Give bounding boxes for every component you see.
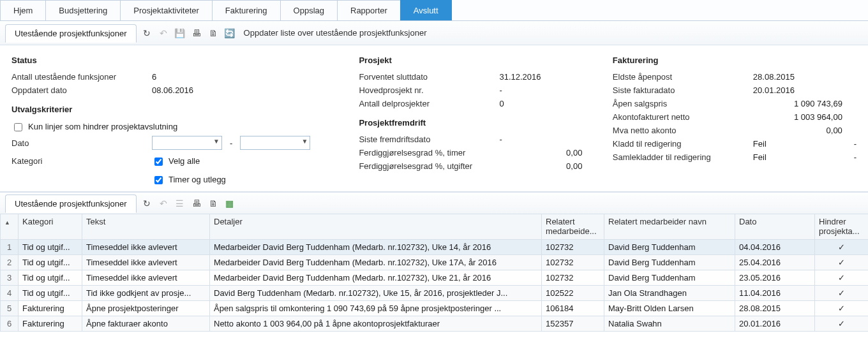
tab-hjem[interactable]: Hjem: [0, 0, 46, 20]
cell-dato: 11.04.2016: [735, 286, 815, 301]
table-row[interactable]: 3Tid og utgif...Timeseddel ikke avlevert…: [1, 270, 869, 286]
tab-oppslag[interactable]: Oppslag: [280, 0, 338, 20]
oldest-open-value: 28.08.2015: [753, 72, 830, 82]
print-preview-icon[interactable]: 🗎: [207, 197, 220, 210]
col-relatert-medarbeider-navn[interactable]: Relatert medarbeider navn: [604, 214, 735, 240]
draft-edit-value: Feil: [753, 139, 830, 149]
batch-edit-value2: -: [844, 152, 857, 162]
col-detaljer[interactable]: Detaljer: [210, 214, 542, 240]
tab-avslutt[interactable]: Avslutt: [400, 0, 452, 20]
cell-kategori: Tid og utgif...: [19, 240, 82, 255]
vat-net-label: Mva netto akonto: [613, 126, 747, 135]
subprojects-value: 0: [499, 99, 576, 108]
batch-edit-label: Samlekladder til redigering: [613, 152, 747, 162]
cell-hindrer: ✓: [815, 286, 869, 301]
status-title: Status: [11, 55, 340, 65]
table-row[interactable]: 5FaktureringÅpne prosjektposteringerÅpen…: [1, 301, 869, 316]
row-number: 3: [1, 270, 19, 286]
col-tekst[interactable]: Tekst: [82, 214, 210, 240]
only-blocking-checkbox[interactable]: [14, 123, 22, 131]
content-panel: Status Antall utestående funksjoner 6 Op…: [0, 45, 868, 192]
oldest-open-label: Eldste åpenpost: [613, 72, 747, 82]
undo-icon: ↶: [157, 27, 170, 40]
project-title: Prosjekt: [359, 55, 593, 65]
list-icon: ☰: [174, 197, 186, 210]
cell-tekst: Timeseddel ikke avlevert: [82, 240, 210, 255]
tab-fakturering[interactable]: Fakturering: [212, 0, 281, 20]
cell-hindrer: ✓: [815, 301, 869, 316]
col-dato[interactable]: Dato: [735, 214, 815, 240]
count-label: Antall utestående funksjoner: [11, 72, 146, 82]
tab-prosjektaktiviteter[interactable]: Prosjektaktiviteter: [120, 0, 213, 20]
cell-tekst: Åpne prosjektposteringer: [82, 301, 210, 316]
row-number: 2: [1, 255, 19, 270]
cell-dato: 04.04.2016: [735, 240, 815, 255]
col-kategori[interactable]: Kategori: [19, 214, 82, 240]
count-value: 6: [152, 72, 228, 82]
draft-edit-value2: -: [844, 139, 857, 149]
print-preview-icon[interactable]: 🗎: [207, 27, 220, 40]
cell-kategori: Tid og utgif...: [19, 286, 82, 301]
cell-relatert-medarbeider-navn: David Berg Tuddenham: [604, 270, 735, 286]
main-project-value: -: [499, 85, 576, 95]
cell-hindrer: ✓: [815, 255, 869, 270]
col-hindrer[interactable]: Hindrer prosjekta...: [815, 214, 869, 240]
last-progress-date-label: Siste fremdriftsdato: [359, 135, 493, 144]
akonto-net-value: 1 003 964,00: [753, 112, 842, 122]
print-icon[interactable]: 🖶: [190, 27, 203, 40]
date-from-input[interactable]: [152, 136, 222, 150]
toolbar-grid: Utestående prosjektfunksjoner ↻ ↶ ☰ 🖶 🗎 …: [0, 192, 868, 214]
cell-dato: 20.01.2016: [735, 316, 815, 332]
col-rownum[interactable]: ▲: [1, 214, 19, 240]
cell-detaljer: Netto akonto 1 003 964,00 på 1 åpne akon…: [210, 316, 542, 332]
cell-relatert-medarbeider-navn: Jan Ola Strandhagen: [604, 286, 735, 301]
cell-tekst: Timeseddel ikke avlevert: [82, 255, 210, 270]
print-icon[interactable]: 🖶: [190, 197, 203, 210]
date-to-input[interactable]: [240, 136, 310, 150]
cell-hindrer: ✓: [815, 316, 869, 332]
table-row[interactable]: 6FaktureringÅpne fakturaer akontoNetto a…: [1, 316, 869, 332]
row-number: 1: [1, 240, 19, 255]
refresh-icon[interactable]: ↻: [140, 197, 153, 210]
row-number: 5: [1, 301, 19, 316]
cell-detaljer: David Berg Tuddenham (Medarb. nr.102732)…: [210, 286, 542, 301]
last-inv-value: 20.01.2016: [753, 85, 830, 95]
category-label: Kategori: [11, 156, 146, 166]
refresh-icon[interactable]: ↻: [140, 27, 153, 40]
open-sale-label: Åpen salgspris: [613, 99, 747, 108]
table-row[interactable]: 4Tid og utgif...Tid ikke godkjent av pro…: [1, 286, 869, 301]
open-sale-value: 1 090 743,69: [753, 99, 842, 108]
tab-budsjettering[interactable]: Budsjettering: [45, 0, 121, 20]
select-all-checkbox[interactable]: [154, 158, 163, 166]
timer-checkbox[interactable]: [154, 176, 163, 184]
date-label: Dato: [11, 138, 146, 148]
cell-tekst: Timeseddel ikke avlevert: [82, 270, 210, 286]
hours-pct-label: Ferdiggjørelsesgrad %, timer: [359, 148, 512, 158]
cell-relatert-medarbeider: 102732: [542, 240, 604, 255]
last-progress-date-value: -: [499, 135, 576, 144]
table-row[interactable]: 2Tid og utgif...Timeseddel ikke avlevert…: [1, 255, 869, 270]
cell-detaljer: Medarbeider David Berg Tuddenham (Medarb…: [210, 270, 542, 286]
cell-kategori: Fakturering: [19, 316, 82, 332]
refresh-list-icon[interactable]: 🔄: [223, 27, 236, 40]
tab-rapporter[interactable]: Rapporter: [337, 0, 401, 20]
table-row[interactable]: 1Tid og utgif...Timeseddel ikke avlevert…: [1, 240, 869, 255]
cell-tekst: Tid ikke godkjent av prosje...: [82, 286, 210, 301]
col-relatert-medarbeider[interactable]: Relatert medarbeide...: [542, 214, 604, 240]
cell-relatert-medarbeider-navn: May-Britt Olden Larsen: [604, 301, 735, 316]
timer-label: Timer og utlegg: [168, 175, 226, 184]
progress-title: Prosjektfremdrift: [359, 118, 593, 128]
cell-relatert-medarbeider-navn: Natalia Swahn: [604, 316, 735, 332]
export-spreadsheet-icon[interactable]: ▦: [223, 197, 236, 210]
grid-header-row: ▲ Kategori Tekst Detaljer Relatert medar…: [1, 214, 869, 240]
cell-kategori: Fakturering: [19, 301, 82, 316]
cell-kategori: Tid og utgif...: [19, 255, 82, 270]
subtab-outstanding[interactable]: Utestående prosjektfunksjoner: [5, 24, 137, 43]
subtab-grid[interactable]: Utestående prosjektfunksjoner: [5, 195, 137, 213]
refresh-list-label[interactable]: Oppdater liste over utestående prosjektf…: [240, 28, 427, 38]
vat-net-value: 0,00: [753, 126, 842, 135]
cell-kategori: Tid og utgif...: [19, 270, 82, 286]
only-blocking-label: Kun linjer som hindrer prosjektavslutnin…: [28, 122, 177, 131]
cell-hindrer: ✓: [815, 240, 869, 255]
cell-relatert-medarbeider-navn: David Berg Tuddenham: [604, 240, 735, 255]
